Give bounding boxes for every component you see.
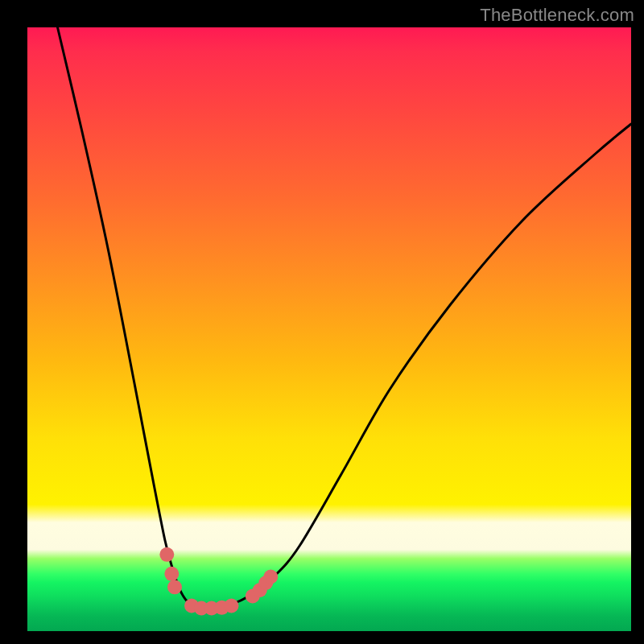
marker-group [159, 547, 278, 616]
data-marker [167, 580, 182, 594]
plot-area [27, 27, 631, 631]
data-marker [225, 599, 239, 613]
bottleneck-curve [58, 27, 632, 608]
curve-layer [27, 27, 631, 631]
data-marker [164, 567, 179, 581]
watermark-text: TheBottleneck.com [480, 5, 634, 26]
data-marker [263, 570, 278, 584]
chart-frame: TheBottleneck.com [0, 0, 644, 644]
data-marker [159, 547, 174, 562]
